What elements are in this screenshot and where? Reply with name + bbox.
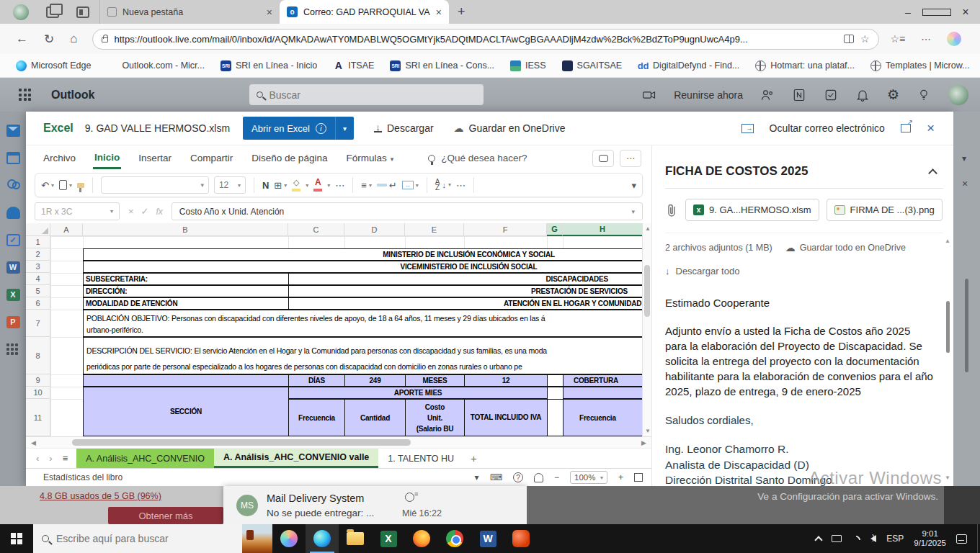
- fill-color-icon[interactable]: ◇: [292, 179, 300, 192]
- col-header-e[interactable]: E: [405, 223, 464, 236]
- col-header-a[interactable]: A: [50, 223, 83, 236]
- sheet-list-icon[interactable]: ≡: [63, 453, 68, 464]
- bookmark-itsae[interactable]: AITSAE: [333, 60, 374, 71]
- col-header-h[interactable]: H: [563, 223, 643, 236]
- cell-modalidad-label[interactable]: MODALIDAD DE ATENCIÓN: [83, 297, 289, 310]
- undo-icon[interactable]: ↶▾: [41, 180, 54, 191]
- search-input[interactable]: [269, 89, 442, 101]
- insert-function-icon[interactable]: fx: [156, 207, 163, 217]
- mail-scroll-down-icon[interactable]: ▼: [945, 475, 950, 481]
- open-in-excel-button[interactable]: Abrir en Exceli ▾: [243, 117, 354, 140]
- meet-now-label[interactable]: Reunirse ahora: [674, 89, 743, 101]
- taskbar-search-input[interactable]: [56, 533, 208, 544]
- cell-b9[interactable]: [83, 374, 289, 387]
- ribbon-more-icon[interactable]: ⋯: [620, 150, 641, 167]
- select-all-corner[interactable]: [26, 223, 50, 236]
- favorite-star-icon[interactable]: ☆: [860, 33, 870, 45]
- zoom-level-select[interactable]: 100%▾: [570, 471, 607, 484]
- tray-expand-icon[interactable]: [815, 536, 823, 544]
- align-icon[interactable]: ≡▾: [361, 180, 372, 191]
- help-icon[interactable]: ?: [513, 472, 523, 482]
- cell-poblacion[interactable]: POBLACIÓN OBJETIVO: Personas con discapa…: [83, 310, 651, 337]
- tray-volume-icon[interactable]: [870, 535, 876, 542]
- taskbar-explorer[interactable]: [339, 524, 372, 553]
- cell-g9[interactable]: [547, 374, 564, 387]
- taskbar-word[interactable]: W: [471, 524, 504, 553]
- comment-icon[interactable]: [592, 150, 614, 167]
- cell-col-costo[interactable]: CostoUnit.(Salario BU: [405, 399, 465, 436]
- bookmark-sri-consultas[interactable]: SRISRI en Línea - Cons...: [390, 60, 494, 71]
- show-desktop-button[interactable]: [977, 524, 980, 553]
- sort-icon[interactable]: AZ↓▾: [435, 179, 451, 191]
- toolbar-more-icon[interactable]: ⋯: [456, 180, 466, 191]
- cell-col-total[interactable]: TOTAL INCLUIDO IVA: [464, 399, 548, 436]
- address-bar[interactable]: https://outlook.live.com/mail/0/inbox/id…: [92, 29, 879, 50]
- sheet-tab-convenio[interactable]: A. Análisis_AHC_CONVENIO: [76, 449, 214, 468]
- sheet-nav-left-icon[interactable]: ‹: [36, 453, 39, 464]
- taskbar-edge[interactable]: [306, 524, 339, 553]
- attachment-xlsm[interactable]: x9. GA...HERMOSO.xlsm: [685, 199, 819, 221]
- teams-icon[interactable]: [760, 88, 775, 102]
- chevron-down-icon[interactable]: ▾: [336, 125, 354, 132]
- groups-icon[interactable]: [6, 207, 20, 219]
- sheet-nav-right-icon[interactable]: ›: [49, 453, 52, 464]
- browser-tab-new[interactable]: Nueva pestaña ×: [99, 0, 280, 24]
- back-icon[interactable]: ←: [16, 32, 28, 46]
- sheet-tab-talento[interactable]: 1. TALENTO HU: [378, 449, 463, 468]
- cell-cobertura[interactable]: COBERTURA: [563, 374, 651, 387]
- grid-horizontal-scrollbar[interactable]: ◀ ▶: [26, 436, 651, 448]
- workbook-statistics[interactable]: Estadísticas del libro: [43, 472, 122, 482]
- cell-descripcion[interactable]: DESCRIPCIÓN DEL SERVICIO: El servicio At…: [83, 337, 651, 374]
- mail-icon[interactable]: [6, 125, 20, 137]
- font-color-icon[interactable]: A: [313, 179, 322, 192]
- minimize-icon[interactable]: –: [894, 6, 922, 18]
- refresh-icon[interactable]: ↻: [44, 32, 54, 47]
- row-header-6[interactable]: 6: [26, 297, 50, 310]
- paste-icon[interactable]: ▾: [59, 180, 72, 190]
- row-header-5[interactable]: 5: [26, 285, 50, 297]
- cell-meses-label[interactable]: MESES: [405, 374, 465, 387]
- todo-icon[interactable]: [824, 88, 838, 102]
- save-all-onedrive-button[interactable]: ☁Guardar todo en OneDrive: [785, 242, 906, 253]
- row-header-8[interactable]: 8: [26, 337, 50, 374]
- close-viewer-icon[interactable]: ×: [927, 120, 935, 136]
- cell-subsecretaria-value[interactable]: DISCAPACIDADES: [288, 273, 651, 285]
- attachment-png[interactable]: FIRMA DE ...(3).png: [827, 199, 943, 221]
- close-tab-icon[interactable]: ×: [267, 6, 272, 18]
- bookmark-iess[interactable]: IESS: [510, 60, 546, 71]
- cell-dias-value[interactable]: 249: [344, 374, 406, 387]
- taskbar-excel[interactable]: X: [372, 524, 405, 553]
- download-button[interactable]: ↓ Descargar: [374, 122, 434, 134]
- name-box[interactable]: 1R x 3C▾: [35, 202, 120, 220]
- format-more-icon[interactable]: ⋯: [335, 180, 344, 191]
- cell-g11[interactable]: [547, 399, 564, 436]
- calendar-icon[interactable]: [6, 152, 20, 164]
- row-header-3[interactable]: 3: [26, 261, 50, 273]
- mail-scrollbar-thumb[interactable]: [946, 301, 950, 353]
- cell-col-cantidad[interactable]: Cantidad: [344, 399, 406, 436]
- tell-me-box[interactable]: ¿Qué desea hacer?: [428, 153, 527, 163]
- font-name-select[interactable]: ▾: [101, 176, 209, 194]
- cell-dias-label[interactable]: DÍAS: [288, 374, 345, 387]
- row-header-1[interactable]: 1: [26, 236, 50, 248]
- status-chevron-icon[interactable]: ▾: [475, 472, 479, 482]
- bookmark-templates[interactable]: Templates | Microw...: [870, 60, 969, 71]
- wrap-text-icon[interactable]: ↵: [377, 180, 397, 191]
- font-size-select[interactable]: 12▾: [214, 176, 246, 194]
- tab-group-icon[interactable]: [46, 6, 59, 18]
- col-header-g[interactable]: G: [547, 223, 563, 236]
- bell-icon[interactable]: [855, 88, 870, 102]
- cell-subsecretaria-label[interactable]: SUBSECRETARIA:: [83, 273, 289, 285]
- outlook-search[interactable]: [249, 84, 484, 105]
- split-screen-icon[interactable]: [844, 35, 854, 43]
- home-icon[interactable]: ⌂: [70, 32, 77, 46]
- excel-app-icon[interactable]: X: [6, 289, 20, 301]
- popout-icon[interactable]: [901, 124, 911, 132]
- word-app-icon[interactable]: W: [6, 261, 20, 274]
- zoom-out-icon[interactable]: −: [554, 472, 559, 482]
- restore-icon[interactable]: [922, 6, 951, 18]
- collapse-email-icon[interactable]: [928, 168, 937, 178]
- cell-direccion-value[interactable]: PRESTACIÓN DE SERVICIOS: [288, 285, 651, 297]
- tray-wifi-icon[interactable]: [850, 534, 863, 547]
- favorites-bar-icon[interactable]: ☆≡: [891, 33, 906, 45]
